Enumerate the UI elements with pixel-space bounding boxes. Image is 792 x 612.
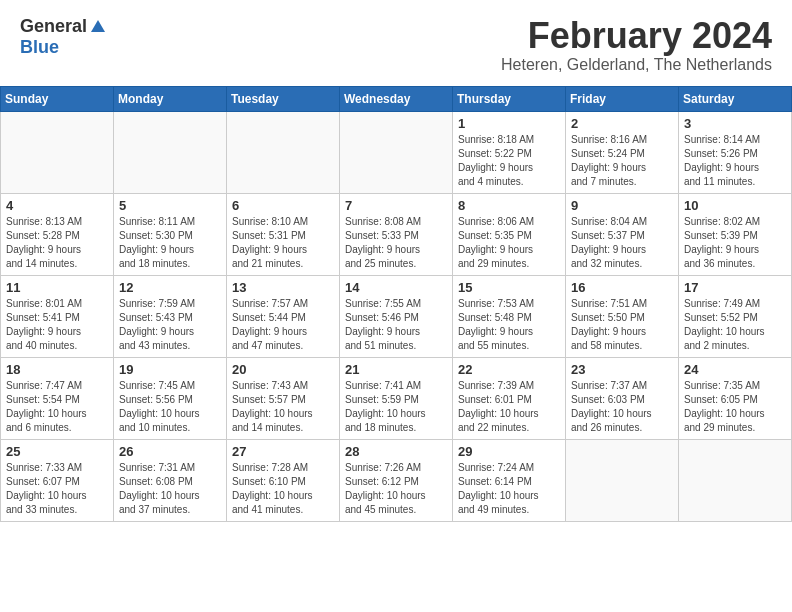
day-info: Sunrise: 7:28 AM Sunset: 6:10 PM Dayligh… [232,461,334,517]
subtitle: Heteren, Gelderland, The Netherlands [501,56,772,74]
weekday-header-monday: Monday [114,86,227,111]
logo-icon [89,18,107,36]
calendar-cell: 26Sunrise: 7:31 AM Sunset: 6:08 PM Dayli… [114,439,227,521]
calendar-cell: 8Sunrise: 8:06 AM Sunset: 5:35 PM Daylig… [453,193,566,275]
calendar-cell: 22Sunrise: 7:39 AM Sunset: 6:01 PM Dayli… [453,357,566,439]
calendar-cell: 9Sunrise: 8:04 AM Sunset: 5:37 PM Daylig… [566,193,679,275]
day-number: 3 [684,116,786,131]
calendar-cell: 27Sunrise: 7:28 AM Sunset: 6:10 PM Dayli… [227,439,340,521]
calendar-cell [227,111,340,193]
day-number: 2 [571,116,673,131]
day-number: 12 [119,280,221,295]
weekday-header-thursday: Thursday [453,86,566,111]
calendar-cell: 1Sunrise: 8:18 AM Sunset: 5:22 PM Daylig… [453,111,566,193]
day-number: 8 [458,198,560,213]
day-info: Sunrise: 7:55 AM Sunset: 5:46 PM Dayligh… [345,297,447,353]
day-info: Sunrise: 8:11 AM Sunset: 5:30 PM Dayligh… [119,215,221,271]
day-info: Sunrise: 7:49 AM Sunset: 5:52 PM Dayligh… [684,297,786,353]
calendar-cell: 28Sunrise: 7:26 AM Sunset: 6:12 PM Dayli… [340,439,453,521]
day-info: Sunrise: 8:13 AM Sunset: 5:28 PM Dayligh… [6,215,108,271]
calendar-cell: 25Sunrise: 7:33 AM Sunset: 6:07 PM Dayli… [1,439,114,521]
calendar-table: SundayMondayTuesdayWednesdayThursdayFrid… [0,86,792,522]
calendar-cell: 13Sunrise: 7:57 AM Sunset: 5:44 PM Dayli… [227,275,340,357]
day-info: Sunrise: 7:47 AM Sunset: 5:54 PM Dayligh… [6,379,108,435]
day-info: Sunrise: 7:33 AM Sunset: 6:07 PM Dayligh… [6,461,108,517]
day-number: 21 [345,362,447,377]
day-info: Sunrise: 7:57 AM Sunset: 5:44 PM Dayligh… [232,297,334,353]
day-number: 4 [6,198,108,213]
day-info: Sunrise: 8:08 AM Sunset: 5:33 PM Dayligh… [345,215,447,271]
logo-general-text: General [20,16,87,37]
day-info: Sunrise: 8:04 AM Sunset: 5:37 PM Dayligh… [571,215,673,271]
calendar-week-row: 25Sunrise: 7:33 AM Sunset: 6:07 PM Dayli… [1,439,792,521]
day-info: Sunrise: 8:14 AM Sunset: 5:26 PM Dayligh… [684,133,786,189]
day-number: 17 [684,280,786,295]
calendar-cell [340,111,453,193]
calendar-cell: 18Sunrise: 7:47 AM Sunset: 5:54 PM Dayli… [1,357,114,439]
day-number: 25 [6,444,108,459]
day-info: Sunrise: 8:18 AM Sunset: 5:22 PM Dayligh… [458,133,560,189]
title-block: February 2024 Heteren, Gelderland, The N… [501,16,772,74]
calendar-cell: 12Sunrise: 7:59 AM Sunset: 5:43 PM Dayli… [114,275,227,357]
day-info: Sunrise: 7:53 AM Sunset: 5:48 PM Dayligh… [458,297,560,353]
weekday-header-tuesday: Tuesday [227,86,340,111]
calendar-cell [1,111,114,193]
day-number: 23 [571,362,673,377]
calendar-cell: 20Sunrise: 7:43 AM Sunset: 5:57 PM Dayli… [227,357,340,439]
day-info: Sunrise: 7:24 AM Sunset: 6:14 PM Dayligh… [458,461,560,517]
day-number: 13 [232,280,334,295]
calendar-cell: 7Sunrise: 8:08 AM Sunset: 5:33 PM Daylig… [340,193,453,275]
calendar-cell: 17Sunrise: 7:49 AM Sunset: 5:52 PM Dayli… [679,275,792,357]
svg-marker-0 [91,20,105,32]
calendar-cell: 6Sunrise: 8:10 AM Sunset: 5:31 PM Daylig… [227,193,340,275]
weekday-header-saturday: Saturday [679,86,792,111]
weekday-header-wednesday: Wednesday [340,86,453,111]
day-info: Sunrise: 8:16 AM Sunset: 5:24 PM Dayligh… [571,133,673,189]
day-info: Sunrise: 7:35 AM Sunset: 6:05 PM Dayligh… [684,379,786,435]
logo-blue-text: Blue [20,37,59,58]
calendar-cell: 10Sunrise: 8:02 AM Sunset: 5:39 PM Dayli… [679,193,792,275]
day-number: 6 [232,198,334,213]
calendar-cell: 24Sunrise: 7:35 AM Sunset: 6:05 PM Dayli… [679,357,792,439]
day-number: 22 [458,362,560,377]
day-number: 11 [6,280,108,295]
calendar-week-row: 11Sunrise: 8:01 AM Sunset: 5:41 PM Dayli… [1,275,792,357]
page-header: General Blue February 2024 Heteren, Geld… [0,0,792,78]
calendar-cell: 4Sunrise: 8:13 AM Sunset: 5:28 PM Daylig… [1,193,114,275]
day-info: Sunrise: 7:37 AM Sunset: 6:03 PM Dayligh… [571,379,673,435]
calendar-cell: 5Sunrise: 8:11 AM Sunset: 5:30 PM Daylig… [114,193,227,275]
weekday-header-sunday: Sunday [1,86,114,111]
calendar-week-row: 4Sunrise: 8:13 AM Sunset: 5:28 PM Daylig… [1,193,792,275]
calendar-cell: 29Sunrise: 7:24 AM Sunset: 6:14 PM Dayli… [453,439,566,521]
calendar-week-row: 18Sunrise: 7:47 AM Sunset: 5:54 PM Dayli… [1,357,792,439]
weekday-header-friday: Friday [566,86,679,111]
day-info: Sunrise: 7:31 AM Sunset: 6:08 PM Dayligh… [119,461,221,517]
calendar-cell [566,439,679,521]
day-info: Sunrise: 7:51 AM Sunset: 5:50 PM Dayligh… [571,297,673,353]
day-number: 5 [119,198,221,213]
day-info: Sunrise: 8:10 AM Sunset: 5:31 PM Dayligh… [232,215,334,271]
day-info: Sunrise: 7:39 AM Sunset: 6:01 PM Dayligh… [458,379,560,435]
day-number: 20 [232,362,334,377]
day-number: 28 [345,444,447,459]
calendar-cell: 2Sunrise: 8:16 AM Sunset: 5:24 PM Daylig… [566,111,679,193]
day-info: Sunrise: 7:26 AM Sunset: 6:12 PM Dayligh… [345,461,447,517]
calendar-cell [679,439,792,521]
calendar-cell: 19Sunrise: 7:45 AM Sunset: 5:56 PM Dayli… [114,357,227,439]
day-number: 19 [119,362,221,377]
day-number: 9 [571,198,673,213]
day-number: 10 [684,198,786,213]
calendar-cell: 23Sunrise: 7:37 AM Sunset: 6:03 PM Dayli… [566,357,679,439]
calendar-cell: 21Sunrise: 7:41 AM Sunset: 5:59 PM Dayli… [340,357,453,439]
calendar-cell: 16Sunrise: 7:51 AM Sunset: 5:50 PM Dayli… [566,275,679,357]
day-info: Sunrise: 7:41 AM Sunset: 5:59 PM Dayligh… [345,379,447,435]
day-number: 27 [232,444,334,459]
day-info: Sunrise: 8:06 AM Sunset: 5:35 PM Dayligh… [458,215,560,271]
calendar-week-row: 1Sunrise: 8:18 AM Sunset: 5:22 PM Daylig… [1,111,792,193]
day-number: 16 [571,280,673,295]
day-number: 15 [458,280,560,295]
day-info: Sunrise: 7:45 AM Sunset: 5:56 PM Dayligh… [119,379,221,435]
day-number: 14 [345,280,447,295]
calendar-cell: 3Sunrise: 8:14 AM Sunset: 5:26 PM Daylig… [679,111,792,193]
day-number: 24 [684,362,786,377]
